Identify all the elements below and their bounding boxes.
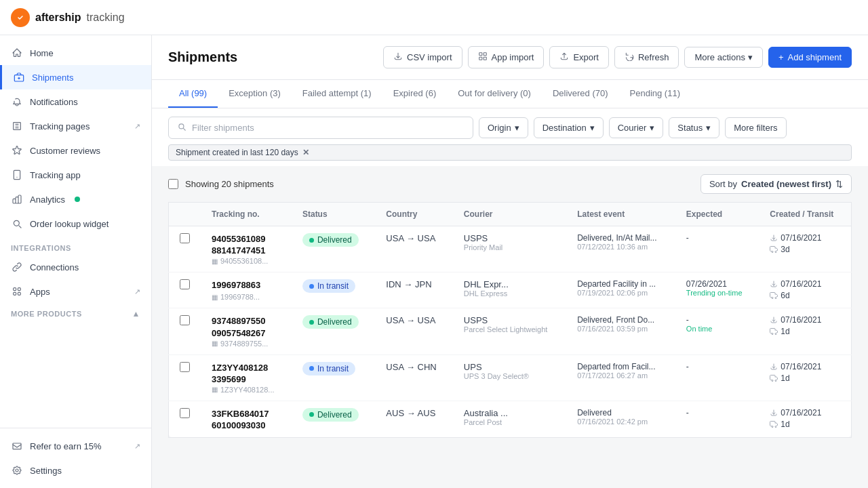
chevron-down-icon: ▾ <box>748 52 753 62</box>
cell-courier-0: USPS Priority Mail <box>453 226 566 272</box>
apps-external-icon: ↗ <box>134 287 140 296</box>
svg-rect-4 <box>14 170 20 179</box>
analytics-badge <box>75 197 80 202</box>
csv-import-button[interactable]: CSV import <box>383 46 462 68</box>
more-products-section[interactable]: MORE PRODUCTS ▲ <box>0 304 151 324</box>
sidebar-item-tracking-pages[interactable]: Tracking pages ↗ <box>0 114 151 138</box>
tab-exception[interactable]: Exception (3) <box>218 80 292 108</box>
cell-created-4: 07/16/2021 1d <box>759 401 851 437</box>
courier-chevron-icon: ▾ <box>650 123 654 133</box>
tab-failed-attempt[interactable]: Failed attempt (1) <box>292 80 382 108</box>
search-icon <box>177 122 186 134</box>
plus-icon: + <box>778 52 784 62</box>
cell-courier-2: USPS Parcel Select Lightweight <box>453 308 566 354</box>
sidebar-item-label: Apps <box>30 287 50 297</box>
sidebar-item-label: Order lookup widget <box>30 219 108 229</box>
more-filters-button[interactable]: More filters <box>725 117 786 138</box>
collapse-icon: ▲ <box>132 309 140 319</box>
col-checkbox <box>169 203 201 226</box>
cell-country-1: IDN → JPN <box>375 272 452 308</box>
sidebar-item-settings[interactable]: Settings <box>0 458 151 483</box>
table-row: 1996978863 ▦19969788... In transit IDN →… <box>169 272 852 308</box>
svg-point-5 <box>16 177 17 178</box>
cell-created-0: 07/16/2021 3d <box>759 226 851 272</box>
app-import-label: App import <box>492 52 534 62</box>
courier-filter-button[interactable]: Courier ▾ <box>609 117 664 138</box>
destination-filter-button[interactable]: Destination ▾ <box>534 117 604 138</box>
sidebar-item-connections[interactable]: Connections <box>0 255 151 279</box>
refresh-label: Refresh <box>638 52 669 62</box>
sidebar-item-customer-reviews[interactable]: Customer reviews <box>0 138 151 163</box>
sidebar-item-label: Notifications <box>30 97 78 107</box>
cell-expected-1: 07/26/2021 Trending on-time <box>675 272 759 308</box>
more-actions-label: More actions <box>694 52 745 62</box>
tab-out-for-delivery[interactable]: Out for delivery (0) <box>447 80 542 108</box>
row-checkbox-0[interactable] <box>180 233 190 243</box>
sidebar-item-analytics[interactable]: Analytics <box>0 187 151 211</box>
filter-row: Origin ▾ Destination ▾ Courier ▾ Status … <box>168 117 852 139</box>
svg-point-7 <box>16 469 18 472</box>
logo-icon <box>11 8 30 27</box>
cell-courier-4: Australia ... Parcel Post <box>453 401 566 437</box>
external-link-icon: ↗ <box>134 122 140 131</box>
sidebar-item-tracking-app[interactable]: Tracking app <box>0 163 151 187</box>
sort-select[interactable]: Sort by Created (newest first) ⇅ <box>701 174 852 194</box>
tab-pending[interactable]: Pending (11) <box>619 80 691 108</box>
cell-event-0: Delivered, In/At Mail... 07/12/2021 10:3… <box>566 226 675 272</box>
cell-status-1: In transit <box>292 272 375 308</box>
cell-event-2: Delivered, Front Do... 07/16/2021 03:59 … <box>566 308 675 354</box>
settings-icon <box>11 464 23 476</box>
origin-chevron-icon: ▾ <box>515 123 519 133</box>
sidebar-item-label: Refer to earn 15% <box>30 441 102 451</box>
sidebar-item-refer[interactable]: Refer to earn 15% ↗ <box>0 434 151 458</box>
sidebar-item-label: Tracking app <box>30 170 81 180</box>
sort-value: Created (newest first) <box>741 179 831 189</box>
cell-country-3: USA → CHN <box>375 354 452 401</box>
more-actions-button[interactable]: More actions ▾ <box>684 47 762 68</box>
row-checkbox-4[interactable] <box>180 408 190 418</box>
cell-event-1: Departed Facility in ... 07/19/2021 02:0… <box>566 272 675 308</box>
sidebar-item-order-lookup[interactable]: Order lookup widget <box>0 211 151 236</box>
status-filter-button[interactable]: Status ▾ <box>669 117 719 138</box>
col-created-transit: Created / Transit <box>759 203 851 226</box>
cell-tracking-no-4: 33FKB684017 60100093030 <box>201 401 292 437</box>
destination-chevron-icon: ▾ <box>590 123 595 133</box>
tab-delivered[interactable]: Delivered (70) <box>542 80 619 108</box>
table-area: Showing 20 shipments Sort by Created (ne… <box>152 166 868 488</box>
logo-subtext: tracking <box>87 12 125 24</box>
select-all-checkbox[interactable] <box>168 179 178 189</box>
tabs-bar: All (99) Exception (3) Failed attempt (1… <box>152 80 868 108</box>
analytics-icon <box>11 193 23 205</box>
row-checkbox-3[interactable] <box>180 362 190 372</box>
col-country: Country <box>375 203 452 226</box>
shipments-table: Tracking no. Status Country Courier Late… <box>168 202 852 438</box>
sidebar-item-shipments[interactable]: Shipments <box>0 65 151 89</box>
search-input[interactable] <box>192 123 465 133</box>
page-title: Shipments <box>168 49 237 65</box>
export-icon <box>559 52 569 63</box>
app-import-button[interactable]: App import <box>468 46 545 68</box>
tab-all[interactable]: All (99) <box>168 80 218 108</box>
col-expected: Expected <box>675 203 759 226</box>
row-checkbox-1[interactable] <box>180 279 190 289</box>
sidebar-item-apps[interactable]: Apps ↗ <box>0 279 151 304</box>
cell-status-2: Delivered <box>292 308 375 354</box>
notifications-icon <box>11 96 23 108</box>
sidebar-item-home[interactable]: Home <box>0 41 151 65</box>
refresh-icon <box>625 52 634 63</box>
more-products-label: MORE PRODUCTS <box>11 310 82 318</box>
header-actions: CSV import App import Export <box>383 46 852 68</box>
sidebar-item-label: Analytics <box>30 195 65 205</box>
cell-courier-1: DHL Expr... DHL Express <box>453 272 566 308</box>
row-checkbox-2[interactable] <box>180 315 190 325</box>
add-shipment-button[interactable]: + Add shipment <box>768 47 852 68</box>
remove-filter-button[interactable]: ✕ <box>302 148 309 157</box>
csv-import-label: CSV import <box>407 52 452 62</box>
tab-expired[interactable]: Expired (6) <box>382 80 448 108</box>
sidebar-item-notifications[interactable]: Notifications <box>0 89 151 114</box>
home-icon <box>11 47 23 59</box>
refresh-button[interactable]: Refresh <box>614 46 679 68</box>
col-latest-event: Latest event <box>566 203 675 226</box>
origin-filter-button[interactable]: Origin ▾ <box>479 117 528 138</box>
export-button[interactable]: Export <box>549 46 609 68</box>
